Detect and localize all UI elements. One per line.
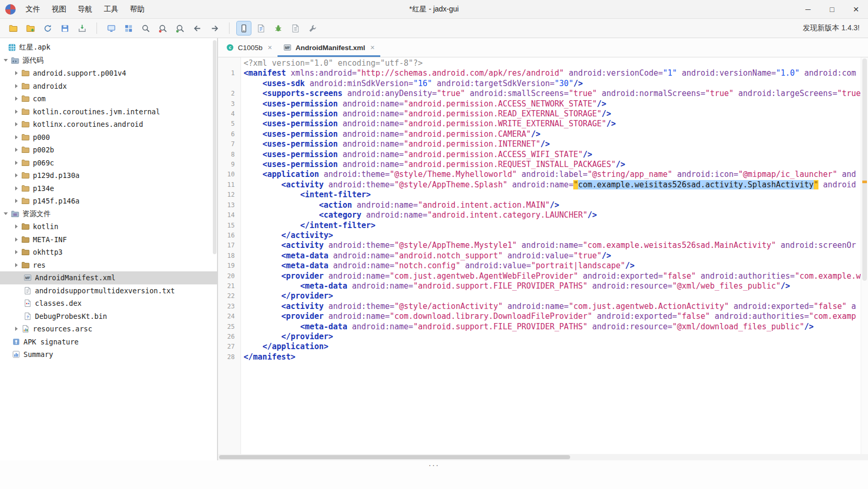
- splitter-handle[interactable]: ···: [429, 460, 440, 469]
- chevron-down-icon[interactable]: [1, 59, 10, 62]
- script-icon[interactable]: [254, 21, 268, 35]
- line-number: 17: [218, 241, 241, 251]
- tree-item-androidx[interactable]: androidx: [0, 80, 217, 93]
- chevron-right-icon[interactable]: [11, 71, 21, 75]
- tree-item-androidmanifest-xml[interactable]: MFAndroidManifest.xml: [0, 271, 217, 284]
- summary-icon: [11, 350, 20, 359]
- forward-icon[interactable]: [208, 21, 222, 35]
- code-line: 28</manifest>: [218, 352, 868, 362]
- tab-c1005b-label: C1005b: [238, 44, 262, 52]
- editor-hscroll-thumb[interactable]: [219, 455, 570, 459]
- preferences-icon[interactable]: [306, 21, 320, 35]
- editor-vscroll-thumb[interactable]: [862, 58, 867, 281]
- tree-item-meta-inf[interactable]: META-INF: [0, 233, 217, 246]
- text-search-icon[interactable]: [156, 21, 170, 35]
- chevron-right-icon[interactable]: [11, 97, 21, 101]
- tree-item-p069c[interactable]: p069c: [0, 157, 217, 170]
- tree-item-kotlinx-coroutines-android[interactable]: kotlinx.coroutines.android: [0, 118, 217, 131]
- tab-close-icon[interactable]: ×: [268, 43, 272, 52]
- chevron-right-icon[interactable]: [11, 161, 21, 165]
- chevron-right-icon[interactable]: [11, 122, 21, 126]
- sync-icon[interactable]: [104, 21, 118, 35]
- reload-icon[interactable]: [41, 21, 55, 35]
- manifest-icon: MF: [23, 273, 32, 282]
- chevron-right-icon[interactable]: [11, 148, 21, 152]
- tree-item-kotlin[interactable]: kotlin: [0, 220, 217, 233]
- log-icon[interactable]: [288, 21, 303, 35]
- menu-help[interactable]: 帮助: [124, 2, 150, 17]
- debug-icon[interactable]: [271, 21, 285, 35]
- tree-item-p002b-label: p002b: [33, 146, 54, 154]
- tree-scrollbar-thumb[interactable]: [213, 40, 216, 254]
- code-line: 26 </provider>: [218, 332, 868, 342]
- chevron-right-icon[interactable]: [11, 84, 21, 88]
- code-line: 14 <category android:name="android.inten…: [218, 210, 868, 220]
- menu-navigation[interactable]: 导航: [72, 2, 98, 17]
- code-line: 15 </intent-filter>: [218, 221, 868, 231]
- tree-item-p145f-p146a[interactable]: p145f.p146a: [0, 195, 217, 208]
- tree-item-resources[interactable]: 资源文件: [0, 208, 217, 221]
- chevron-right-icon[interactable]: [11, 186, 21, 190]
- package-icon: [21, 120, 30, 128]
- chevron-down-icon[interactable]: [1, 212, 10, 215]
- tree-item-p002b[interactable]: p002b: [0, 144, 217, 157]
- tree-item-okhttp3[interactable]: okhttp3: [0, 246, 217, 259]
- tab-close-icon[interactable]: ×: [370, 43, 375, 52]
- tab-bar: cC1005b×MFAndroidManifest.xml×: [218, 38, 868, 57]
- back-icon[interactable]: [190, 21, 204, 35]
- tree-item-apk-signature[interactable]: APK signature: [0, 336, 217, 349]
- chevron-right-icon[interactable]: [11, 173, 21, 177]
- search-icon[interactable]: [139, 21, 153, 35]
- add-files-icon[interactable]: [23, 21, 38, 35]
- chevron-right-icon[interactable]: [11, 263, 21, 267]
- maximize-button[interactable]: □: [820, 0, 844, 18]
- tree-item-androidx-label: androidx: [33, 82, 67, 90]
- flat-packages-icon[interactable]: [122, 21, 136, 35]
- editor-vertical-scrollbar[interactable]: [861, 57, 868, 454]
- chevron-right-icon[interactable]: [11, 327, 21, 331]
- tree-scrollbar[interactable]: [212, 38, 217, 460]
- tree-item-android-support-p001v4[interactable]: android.support.p001v4: [0, 67, 217, 80]
- chevron-right-icon[interactable]: [11, 250, 21, 254]
- chevron-right-icon[interactable]: [11, 224, 21, 229]
- tree-item-summary[interactable]: Summary: [0, 348, 217, 361]
- tree-item-p134e[interactable]: p134e: [0, 182, 217, 195]
- editor-horizontal-scrollbar[interactable]: [218, 454, 868, 460]
- code-line: 21 <meta-data android:name="android.supp…: [218, 281, 868, 291]
- tree-item-hongxing-apk[interactable]: 红星.apk: [0, 41, 217, 54]
- tree-item-source-code-label: 源代码: [22, 56, 44, 65]
- code-viewport[interactable]: <?xml version="1.0" encoding="utf-8"?>1<…: [218, 57, 868, 454]
- line-number: [218, 58, 241, 68]
- export-icon[interactable]: [75, 21, 89, 35]
- code-line: 12 <intent-filter>: [218, 190, 868, 200]
- tab-androidmanifest-xml[interactable]: MFAndroidManifest.xml×: [278, 38, 380, 57]
- chevron-right-icon[interactable]: [11, 110, 21, 114]
- device-icon[interactable]: [237, 21, 251, 35]
- minimize-button[interactable]: ─: [796, 0, 820, 18]
- menu-file[interactable]: 文件: [20, 2, 46, 17]
- menu-view[interactable]: 视图: [46, 2, 72, 17]
- update-notice[interactable]: 发现新版本 1.4.3!: [803, 23, 862, 33]
- folder-icon: [21, 222, 30, 231]
- save-all-icon[interactable]: [58, 21, 72, 35]
- tree-item-kotlin-coroutines-jvm-internal[interactable]: kotlin.coroutines.jvm.internal: [0, 105, 217, 118]
- tree-item-p000[interactable]: p000: [0, 131, 217, 144]
- tree-item-com[interactable]: com: [0, 92, 217, 105]
- tree-item-resources-arsc[interactable]: resources.arsc: [0, 323, 217, 336]
- tree-item-p129d-p130a[interactable]: p129d.p130a: [0, 169, 217, 182]
- tree-item-androidsupportmultidexversion-txt[interactable]: androidsupportmultidexversion.txt: [0, 284, 217, 297]
- code-line: <uses-sdk android:minSdkVersion="16" and…: [218, 79, 868, 89]
- chevron-right-icon[interactable]: [11, 237, 21, 242]
- class-search-icon[interactable]: [173, 21, 187, 35]
- tree-item-debugprobeskt-bin[interactable]: ?DebugProbesKt.bin: [0, 310, 217, 323]
- menu-tools[interactable]: 工具: [98, 2, 124, 17]
- chevron-right-icon[interactable]: [11, 135, 21, 139]
- tab-c1005b[interactable]: cC1005b×: [220, 38, 278, 57]
- tree-item-source-code[interactable]: 源代码: [0, 54, 217, 67]
- tree-item-res[interactable]: res: [0, 259, 217, 272]
- code-area[interactable]: <?xml version="1.0" encoding="utf-8"?>1<…: [218, 57, 868, 362]
- open-file-icon[interactable]: [6, 21, 20, 35]
- close-button[interactable]: ×: [844, 0, 868, 18]
- chevron-right-icon[interactable]: [11, 199, 21, 203]
- tree-item-classes-dex[interactable]: classes.dex: [0, 297, 217, 310]
